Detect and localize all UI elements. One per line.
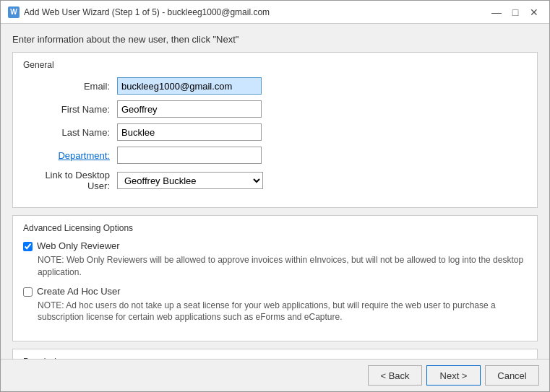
advanced-legend: Advanced Licensing Options (23, 223, 527, 233)
firstname-row: First Name: (23, 100, 527, 118)
title-bar: W Add Web User Wizard (Step 1 of 5) - bu… (1, 1, 549, 24)
lastname-label: Last Name: (23, 127, 117, 138)
cancel-button[interactable]: Cancel (485, 365, 539, 386)
window-title: Add Web User Wizard (Step 1 of 5) - buck… (24, 7, 270, 17)
link-user-select[interactable]: Geoffrey Bucklee (117, 172, 263, 189)
lastname-field[interactable] (117, 123, 262, 141)
department-row: Department: (23, 147, 527, 164)
email-label: Email: (23, 81, 117, 92)
app-icon: W (8, 6, 20, 18)
email-field[interactable] (117, 77, 262, 95)
department-label[interactable]: Department: (23, 150, 117, 161)
web-only-reviewer-row: Web Only Reviewer (23, 240, 527, 251)
instruction-text: Enter information about the new user, th… (12, 34, 538, 45)
general-legend: General (23, 60, 527, 70)
web-only-reviewer-note: NOTE: Web Only Reviewers will be allowed… (38, 254, 527, 279)
general-section: General Email: First Name: Last Name: De… (12, 52, 538, 208)
department-field[interactable] (117, 147, 262, 164)
web-only-reviewer-label: Web Only Reviewer (37, 240, 120, 251)
next-button[interactable]: Next > (426, 365, 481, 386)
permissions-section: Permissions Web Administrator (12, 349, 538, 359)
wizard-content: Enter information about the new user, th… (1, 24, 549, 359)
minimize-button[interactable]: ― (489, 4, 504, 20)
ad-hoc-user-row: Create Ad Hoc User (23, 286, 527, 297)
wizard-window: W Add Web User Wizard (Step 1 of 5) - bu… (0, 0, 550, 392)
advanced-section: Advanced Licensing Options Web Only Revi… (12, 215, 538, 341)
title-controls: ― □ ✕ (489, 4, 542, 20)
link-user-label: Link to Desktop User: (23, 170, 117, 191)
firstname-label: First Name: (23, 104, 117, 115)
ad-hoc-user-label: Create Ad Hoc User (37, 286, 121, 297)
title-bar-left: W Add Web User Wizard (Step 1 of 5) - bu… (8, 6, 270, 18)
ad-hoc-user-checkbox[interactable] (23, 287, 33, 297)
maximize-button[interactable]: □ (507, 4, 523, 20)
link-user-row: Link to Desktop User: Geoffrey Bucklee (23, 170, 527, 191)
firstname-field[interactable] (117, 100, 262, 118)
web-only-reviewer-checkbox[interactable] (23, 242, 33, 251)
back-button[interactable]: < Back (368, 365, 422, 386)
lastname-row: Last Name: (23, 123, 527, 141)
close-button[interactable]: ✕ (526, 4, 542, 20)
wizard-footer: < Back Next > Cancel (1, 359, 549, 391)
permissions-legend: Permissions (23, 357, 527, 359)
ad-hoc-user-note: NOTE: Ad hoc users do not take up a seat… (38, 300, 527, 324)
email-row: Email: (23, 77, 527, 95)
